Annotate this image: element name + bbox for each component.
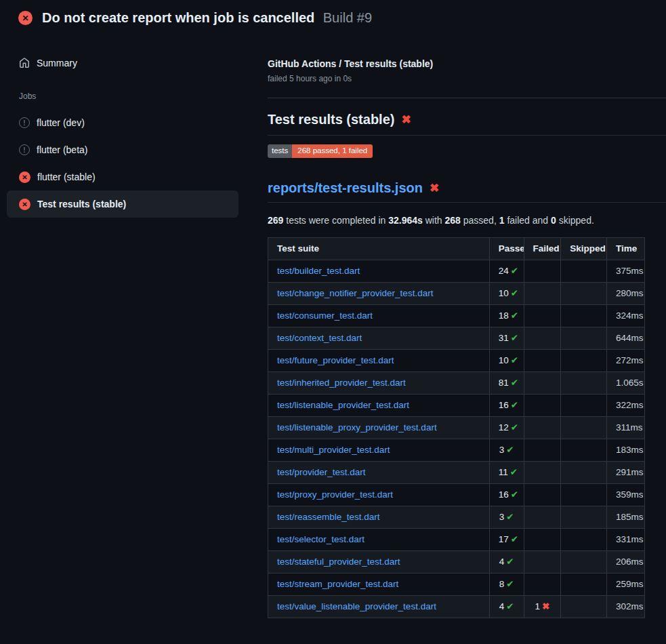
failed-cell (524, 327, 561, 349)
job-label: Test results (stable) (37, 199, 126, 209)
check-icon: ✔ (511, 378, 518, 388)
time-cell: 1.065s (607, 371, 645, 394)
report-file-link[interactable]: reports/test-results.json (268, 180, 423, 196)
test-suite-link[interactable]: test/context_test.dart (277, 333, 362, 343)
skipped-cell (561, 371, 607, 394)
test-suite-link[interactable]: test/change_notifier_provider_test.dart (277, 288, 433, 298)
jobs-list: !flutter (dev)!flutter (beta)✕flutter (s… (7, 109, 238, 218)
badge-value: 268 passed, 1 failed (292, 144, 373, 158)
table-row: test/context_test.dart31✔644ms (268, 327, 645, 349)
table-row: test/stream_provider_test.dart8✔259ms (268, 573, 645, 595)
sidebar-item-job[interactable]: !flutter (dev) (7, 109, 238, 136)
column-header: Time (607, 237, 645, 260)
test-suite-link[interactable]: test/stream_provider_test.dart (277, 579, 398, 589)
summary-segment: 32.964s (388, 215, 423, 226)
test-suite-link[interactable]: test/listenable_provider_test.dart (277, 400, 409, 410)
time-cell: 185ms (607, 506, 645, 528)
skipped-cell (561, 573, 607, 595)
time-cell: 280ms (607, 282, 645, 304)
skipped-cell (561, 439, 607, 461)
sidebar-summary-label: Summary (37, 58, 77, 68)
jobs-section-label: Jobs (7, 92, 238, 102)
check-icon: ✔ (511, 288, 518, 298)
skipped-cell (561, 327, 607, 349)
check-icon: ✔ (506, 512, 514, 522)
skipped-cell (561, 416, 607, 439)
failed-cell (524, 506, 561, 528)
passed-cell: 31✔ (489, 327, 524, 349)
test-suite-link[interactable]: test/proxy_provider_test.dart (277, 489, 393, 500)
job-label: flutter (stable) (37, 172, 96, 182)
test-suite-link[interactable]: test/consumer_test.dart (277, 310, 373, 321)
test-suite-cell: test/consumer_test.dart (268, 304, 490, 327)
failed-cell (524, 439, 561, 461)
failed-cell (524, 550, 561, 573)
home-icon (19, 58, 30, 68)
test-suite-link[interactable]: test/reassemble_test.dart (277, 512, 380, 522)
failed-x-icon: ✖ (401, 114, 411, 125)
failed-cell (524, 483, 561, 506)
page-header: ✕ Do not create report when job is cance… (18, 10, 372, 26)
passed-cell: 4✔ (489, 595, 524, 618)
sidebar-item-summary[interactable]: Summary (7, 49, 238, 77)
sidebar-item-job[interactable]: !flutter (beta) (7, 136, 238, 163)
test-suite-cell: test/builder_test.dart (268, 260, 490, 282)
summary-segment: 0 (551, 215, 556, 226)
test-suite-cell: test/listenable_proxy_provider_test.dart (268, 416, 490, 439)
time-cell: 291ms (607, 461, 645, 483)
test-suite-link[interactable]: test/listenable_proxy_provider_test.dart (277, 422, 437, 432)
column-header: Test suite (268, 237, 490, 260)
failed-x-circle-icon: ✕ (19, 199, 30, 210)
table-row: test/proxy_provider_test.dart16✔359ms (268, 483, 645, 506)
test-suite-link[interactable]: test/builder_test.dart (277, 266, 360, 276)
skipped-cell (561, 349, 607, 371)
header-divider (268, 98, 666, 98)
badge-label: tests (268, 144, 292, 158)
table-row: test/multi_provider_test.dart3✔183ms (268, 439, 645, 461)
passed-cell: 12✔ (489, 416, 524, 439)
time-cell: 206ms (607, 550, 645, 573)
page-title: Do not create report when job is cancell… (42, 10, 372, 26)
check-icon: ✔ (511, 400, 518, 410)
table-row: test/change_notifier_provider_test.dart1… (268, 282, 645, 304)
run-status-line: failed 5 hours ago in 0s (268, 74, 666, 83)
passed-cell: 3✔ (489, 439, 524, 461)
test-suite-link[interactable]: test/value_listenable_provider_test.dart (277, 601, 436, 611)
test-suite-link[interactable]: test/multi_provider_test.dart (277, 445, 390, 455)
test-results-table: Test suitePassedFailedSkippedTime test/b… (268, 237, 645, 618)
check-icon: ✔ (510, 467, 518, 477)
passed-cell: 16✔ (489, 394, 524, 416)
test-suite-link[interactable]: test/future_provider_test.dart (277, 355, 394, 365)
failed-cell (524, 260, 561, 282)
time-cell: 375ms (607, 260, 645, 282)
summary-segment: 269 (268, 215, 283, 226)
neutral-status-icon: ! (19, 117, 30, 128)
test-suite-cell: test/value_listenable_provider_test.dart (268, 595, 490, 618)
check-icon: ✔ (511, 333, 518, 343)
summary-segment: skipped. (556, 215, 594, 226)
test-suite-cell: test/context_test.dart (268, 327, 490, 349)
column-header: Failed (524, 237, 561, 260)
test-suite-link[interactable]: test/selector_test.dart (277, 534, 365, 544)
table-row: test/builder_test.dart24✔375ms (268, 260, 645, 282)
failed-x-icon: ✖ (430, 182, 439, 194)
failed-cell (524, 416, 561, 439)
test-suite-cell: test/future_provider_test.dart (268, 349, 490, 371)
summary-segment: with (423, 215, 445, 226)
sidebar-item-job[interactable]: ✕flutter (stable) (7, 163, 238, 190)
test-suite-link[interactable]: test/provider_test.dart (277, 467, 366, 477)
skipped-cell (561, 282, 607, 304)
time-cell: 259ms (607, 573, 645, 595)
table-row: test/reassemble_test.dart3✔185ms (268, 506, 645, 528)
skipped-cell (561, 528, 607, 550)
summary-segment: 1 (499, 215, 505, 226)
test-suite-link[interactable]: test/inherited_provider_test.dart (277, 378, 406, 388)
section-title: Test results (stable) (268, 112, 394, 127)
test-suite-link[interactable]: test/stateful_provider_test.dart (277, 557, 400, 567)
summary-sentence: 269 tests were completed in 32.964s with… (268, 215, 666, 226)
skipped-cell (561, 550, 607, 573)
failed-cell (524, 394, 561, 416)
failed-cell (524, 461, 561, 483)
summary-segment: failed and (505, 215, 551, 226)
sidebar-item-job[interactable]: ✕Test results (stable) (7, 190, 238, 218)
